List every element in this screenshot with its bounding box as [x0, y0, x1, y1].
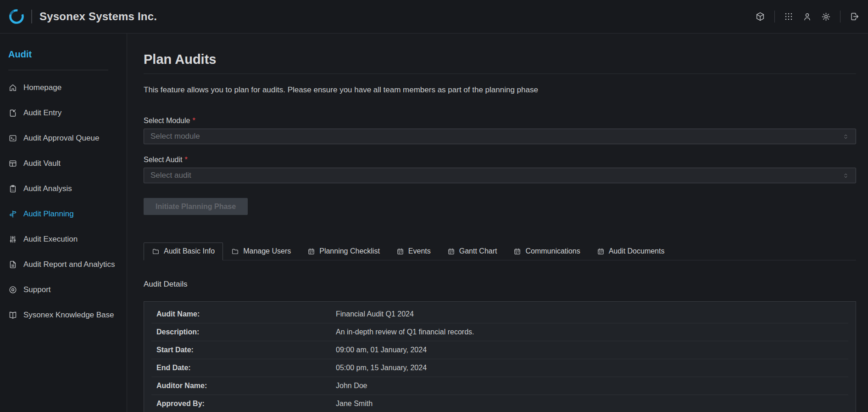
audit-details-table: Audit Name: Financial Audit Q1 2024 Desc… — [144, 301, 856, 412]
detail-value: John Doe — [336, 382, 367, 390]
chevron-up-down-icon — [842, 172, 849, 179]
select-audit-label: Select Audit — [144, 156, 183, 164]
sidebar-item-label: Audit Report and Analytics — [23, 260, 115, 269]
table-row: Description: An in-depth review of Q1 fi… — [151, 323, 848, 341]
detail-label: Start Date: — [156, 346, 336, 354]
required-asterisk: * — [185, 156, 188, 164]
detail-value: 09:00 am, 01 January, 2024 — [336, 346, 427, 354]
tab-events[interactable]: Events — [388, 243, 439, 260]
sidebar-item-label: Audit Entry — [23, 108, 61, 118]
title-divider — [144, 73, 856, 74]
logo-icon — [8, 8, 25, 25]
tab-audit-basic-info[interactable]: Audit Basic Info — [144, 243, 223, 260]
tab-label: Audit Documents — [609, 247, 665, 255]
detail-value: Jane Smith — [336, 400, 373, 408]
sidebar-item-audit-approval-queue[interactable]: Audit Approval Queue — [8, 125, 117, 151]
detail-value: 05:00 pm, 15 January, 2024 — [336, 364, 427, 372]
tab-label: Communications — [525, 247, 580, 255]
module-select-placeholder: Select module — [150, 132, 842, 141]
detail-label: Auditor Name: — [156, 382, 336, 390]
header-divider — [840, 11, 840, 23]
open-book-icon — [8, 310, 17, 320]
sidebar: Audit Homepage Audit Entry Audit Approva… — [0, 34, 127, 412]
sidebar-item-audit-analysis[interactable]: Audit Analysis — [8, 176, 117, 201]
user-icon[interactable] — [802, 12, 812, 22]
calendar-icon — [396, 248, 404, 255]
clipboard-icon — [8, 184, 17, 193]
tab-manage-users[interactable]: Manage Users — [223, 243, 299, 260]
detail-value: An in-depth review of Q1 financial recor… — [336, 328, 474, 336]
sidebar-item-audit-execution[interactable]: Audit Execution — [8, 226, 117, 252]
page-description: This feature allows you to plan for audi… — [144, 85, 856, 95]
home-icon — [8, 83, 17, 92]
calendar-icon — [513, 248, 521, 255]
apps-grid-icon[interactable] — [784, 12, 793, 21]
sidebar-item-label: Sysonex Knowledge Base — [23, 310, 114, 320]
header-brand-divider — [31, 10, 32, 23]
sidebar-item-audit-vault[interactable]: Audit Vault — [8, 151, 117, 176]
folder-icon — [231, 248, 239, 255]
tab-communications[interactable]: Communications — [505, 243, 588, 260]
cube-icon[interactable] — [755, 11, 765, 22]
table-row: Auditor Name: John Doe — [151, 377, 848, 395]
sidebar-item-label: Audit Execution — [23, 235, 78, 244]
sidebar-item-audit-report-analytics[interactable]: Audit Report and Analytics — [8, 252, 117, 277]
detail-value: Financial Audit Q1 2024 — [336, 310, 414, 318]
module-select[interactable]: Select module — [144, 129, 856, 144]
company-name: Sysonex Systems Inc. — [39, 10, 157, 23]
detail-label: Approved By: — [156, 400, 336, 408]
terminal-icon — [8, 134, 17, 143]
tab-gantt-chart[interactable]: Gantt Chart — [439, 243, 506, 260]
sidebar-item-knowledge-base[interactable]: Sysonex Knowledge Base — [8, 302, 117, 327]
sidebar-item-audit-entry[interactable]: Audit Entry — [8, 100, 117, 125]
main-content: Plan Audits This feature allows you to p… — [127, 52, 868, 412]
page-title: Plan Audits — [144, 52, 856, 67]
audit-select[interactable]: Select audit — [144, 168, 856, 183]
table-row: Start Date: 09:00 am, 01 January, 2024 — [151, 341, 848, 359]
tab-label: Events — [408, 247, 431, 255]
sidebar-item-label: Audit Vault — [23, 159, 61, 168]
company-logo[interactable] — [8, 8, 25, 25]
table-row: Approved By: Jane Smith — [151, 395, 848, 412]
sidebar-divider — [8, 70, 108, 70]
chevron-up-down-icon — [842, 133, 849, 140]
initiate-planning-phase-button[interactable]: Initiate Planning Phase — [144, 198, 248, 215]
tab-label: Gantt Chart — [459, 247, 497, 255]
logout-icon[interactable] — [850, 11, 860, 22]
sidebar-item-support[interactable]: Support — [8, 277, 117, 302]
required-asterisk: * — [192, 117, 195, 124]
lifebuoy-icon — [8, 285, 17, 294]
file-entry-icon — [8, 108, 17, 118]
tab-planning-checklist[interactable]: Planning Checklist — [299, 243, 388, 260]
sidebar-item-homepage[interactable]: Homepage — [8, 75, 117, 100]
detail-label: End Date: — [156, 364, 336, 372]
table-row: End Date: 05:00 pm, 15 January, 2024 — [151, 359, 848, 377]
report-doc-icon — [8, 260, 17, 269]
sidebar-item-label: Audit Analysis — [23, 184, 72, 193]
sidebar-section-title: Audit — [8, 49, 117, 60]
calendar-icon — [597, 248, 605, 255]
tab-label: Manage Users — [243, 247, 291, 255]
planning-tabs: Audit Basic Info Manage Users Planning C… — [144, 243, 856, 260]
tab-audit-documents[interactable]: Audit Documents — [589, 243, 673, 260]
sidebar-item-label: Audit Approval Queue — [23, 134, 99, 143]
tab-label: Audit Basic Info — [164, 247, 215, 255]
calendar-icon — [307, 248, 315, 255]
settings-gear-icon[interactable] — [821, 12, 831, 22]
detail-label: Audit Name: — [156, 310, 336, 318]
sliders-icon — [8, 235, 17, 244]
sidebar-item-label: Support — [23, 285, 51, 294]
sidebar-item-label: Homepage — [23, 83, 61, 92]
table-row: Audit Name: Financial Audit Q1 2024 — [151, 305, 848, 323]
sidebar-item-label: Audit Planning — [23, 209, 74, 219]
signpost-icon — [8, 209, 17, 219]
tab-label: Planning Checklist — [319, 247, 380, 255]
header-divider — [774, 11, 775, 23]
audit-select-placeholder: Select audit — [150, 171, 842, 180]
plan-audit-form: Select Module* Select module Select Audi… — [144, 117, 856, 215]
detail-label: Description: — [156, 328, 336, 336]
calendar-icon — [447, 248, 455, 255]
sidebar-item-audit-planning[interactable]: Audit Planning — [8, 201, 117, 226]
app-header: Sysonex Systems Inc. — [0, 0, 868, 34]
select-module-label: Select Module — [144, 117, 190, 124]
